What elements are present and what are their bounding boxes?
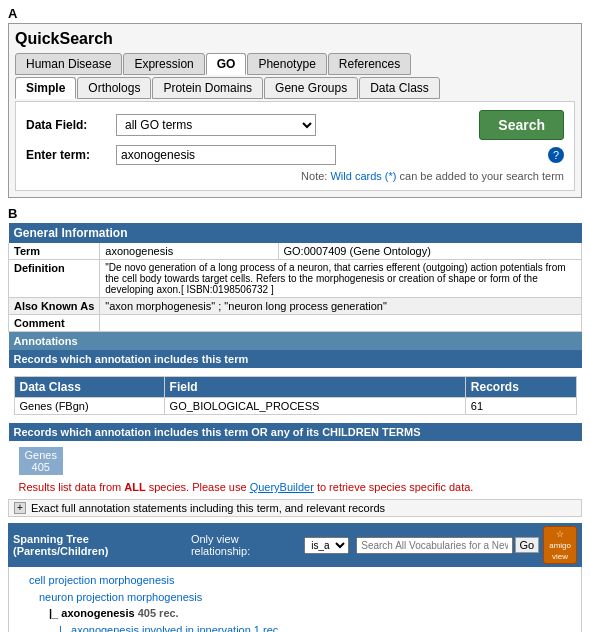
quicksearch-box: QuickSearch Human Disease Expression GO … (8, 23, 582, 198)
enter-term-label: Enter term: (26, 148, 116, 162)
only-view-label: Only view relationship: (191, 533, 298, 557)
children-header-text: Records which annotation includes this t… (14, 426, 421, 438)
tab-simple[interactable]: Simple (15, 77, 76, 99)
inner-col2: GO_BIOLOGICAL_PROCESS (164, 398, 465, 415)
term-value: axonogenesis (100, 243, 278, 260)
wildcard-link[interactable]: Wild cards (*) (330, 170, 396, 182)
data-field-label: Data Field: (26, 118, 116, 132)
genes-box[interactable]: Genes 405 (19, 447, 63, 475)
section-b: B General Information Term axonogenesis … (0, 206, 590, 632)
term-row: Term axonogenesis GO:0007409 (Gene Ontol… (9, 243, 582, 260)
col-field: Field (164, 377, 465, 398)
form-area: Data Field: all GO terms Search Enter te… (15, 101, 575, 191)
records-header: Records which annotation includes this t… (9, 350, 582, 368)
tab-references[interactable]: References (328, 53, 411, 75)
expand-cell: + Exact full annotation statements inclu… (9, 500, 582, 517)
note-suffix: can be added to your search term (400, 170, 564, 182)
definition-row: Definition "De novo generation of a long… (9, 260, 582, 298)
inner-table-header: Data Class Field Records (14, 377, 576, 398)
tab-row-2: Simple Orthologs Protein Domains Gene Gr… (15, 77, 575, 99)
term-label: Term (9, 243, 100, 260)
also-known-value: "axon morphogenesis" ; "neuron long proc… (100, 298, 582, 315)
enter-term-row: Enter term: ? (26, 145, 564, 165)
annotations-header-row: Annotations (9, 332, 582, 351)
query-builder-link[interactable]: QueryBuilder (250, 481, 314, 493)
quicksearch-title: QuickSearch (15, 30, 575, 48)
tree-item-2: |_ axonogenesis 405 rec. (49, 605, 576, 622)
expand-icon[interactable]: + (14, 502, 26, 514)
section-b-label: B (8, 206, 582, 221)
also-known-row: Also Known As "axon morphogenesis" ; "ne… (9, 298, 582, 315)
general-info-table: General Information Term axonogenesis GO… (8, 223, 582, 517)
go-button[interactable]: Go (515, 537, 540, 553)
note-text: Note: (301, 170, 327, 182)
spanning-tree-label: Spanning Tree (Parents/Children) (13, 533, 183, 557)
search-button[interactable]: Search (479, 110, 564, 140)
section-a-label: A (8, 6, 582, 21)
data-field-row: Data Field: all GO terms Search (26, 110, 564, 140)
note-row: Note: Wild cards (*) can be added to you… (26, 170, 564, 182)
tab-expression[interactable]: Expression (123, 53, 204, 75)
comment-row: Comment (9, 315, 582, 332)
col-records: Records (465, 377, 576, 398)
comment-label: Comment (9, 315, 100, 332)
definition-value: "De novo generation of a long process of… (100, 260, 582, 298)
expand-container: + Exact full annotation statements inclu… (14, 502, 576, 514)
records-header-row: Records which annotation includes this t… (9, 350, 582, 368)
spanning-tree-bar: Spanning Tree (Parents/Children) Only vi… (8, 523, 582, 567)
amigo-view-button[interactable]: ☆ amigoview (543, 526, 577, 564)
inner-col1: Genes (FBgn) (14, 398, 164, 415)
tree-item-3[interactable]: |_ axonogenesis involved in innervation … (59, 622, 576, 632)
children-header-row: Records which annotation includes this t… (9, 423, 582, 441)
search-vocab-input[interactable] (356, 537, 512, 554)
inner-table-cell: Data Class Field Records Genes (FBgn) GO… (9, 368, 582, 423)
col-data-class: Data Class (14, 377, 164, 398)
tab-row-1: Human Disease Expression GO Phenotype Re… (15, 53, 575, 75)
tree-item-0[interactable]: cell projection morphogenesis (29, 572, 576, 589)
general-info-header: General Information (9, 223, 582, 243)
records-note-end: to retrieve species specific data. (317, 481, 474, 493)
inner-table-data-row: Genes (FBgn) GO_BIOLOGICAL_PROCESS 61 (14, 398, 576, 415)
tab-orthologs[interactable]: Orthologs (77, 77, 151, 99)
tree-item-axonogenesis: axonogenesis (61, 607, 134, 619)
children-header: Records which annotation includes this t… (9, 423, 582, 441)
tree-item-1[interactable]: neuron projection morphogenesis (39, 589, 576, 606)
records-note-suffix: species. Please use (149, 481, 247, 493)
tab-go[interactable]: GO (206, 53, 247, 75)
section-a: A QuickSearch Human Disease Expression G… (0, 0, 590, 206)
tab-protein-domains[interactable]: Protein Domains (152, 77, 263, 99)
expand-row: + Exact full annotation statements inclu… (9, 500, 582, 517)
enter-term-input[interactable] (116, 145, 336, 165)
inner-col3: 61 (465, 398, 576, 415)
amigo-label: amigoview (549, 541, 571, 561)
inner-table-row: Data Class Field Records Genes (FBgn) GO… (9, 368, 582, 423)
annotations-header: Annotations (9, 332, 582, 351)
definition-label: Definition (9, 260, 100, 298)
data-field-select[interactable]: all GO terms (116, 114, 316, 136)
tree-area: cell projection morphogenesis neuron pro… (8, 567, 582, 632)
tab-gene-groups[interactable]: Gene Groups (264, 77, 358, 99)
records-note-prefix: Results list data from (19, 481, 122, 493)
also-known-label: Also Known As (9, 298, 100, 315)
relationship-select[interactable]: is_a (304, 537, 349, 554)
comment-value (100, 315, 582, 332)
help-icon[interactable]: ? (548, 147, 564, 163)
expand-label: Exact full annotation statements includi… (31, 502, 385, 514)
annotation-inner-table: Data Class Field Records Genes (FBgn) GO… (14, 376, 577, 415)
records-note-all: ALL (124, 481, 145, 493)
id-value: GO:0007409 (Gene Ontology) (278, 243, 582, 260)
records-note: Results list data from ALL species. Plea… (14, 478, 479, 496)
genes-note-cell: Genes 405 Results list data from ALL spe… (9, 441, 582, 500)
genes-note-row: Genes 405 Results list data from ALL spe… (9, 441, 582, 500)
tab-human-disease[interactable]: Human Disease (15, 53, 122, 75)
tab-data-class[interactable]: Data Class (359, 77, 440, 99)
tab-phenotype[interactable]: Phenotype (247, 53, 326, 75)
amigo-icon: ☆ (556, 529, 564, 539)
